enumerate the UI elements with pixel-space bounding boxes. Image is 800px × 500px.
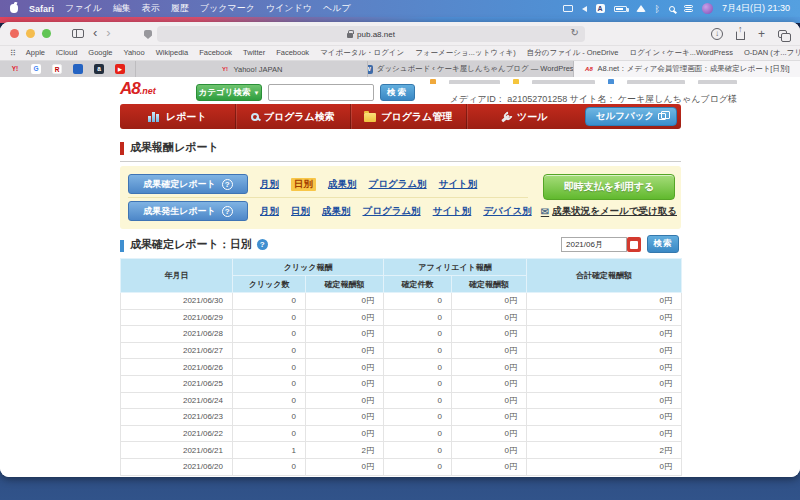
bookmark-item[interactable]: Apple: [26, 48, 45, 58]
table-cell: 0円: [452, 442, 527, 459]
address-bar[interactable]: pub.a8.net ↻: [157, 26, 585, 42]
confirmed-report-button[interactable]: 成果確定レポート: [128, 174, 248, 194]
tab-wordpress-dashboard[interactable]: W ダッシュボード ‹ ケーキ屋しんちゃんブログ — WordPress: [367, 61, 573, 77]
menu-item[interactable]: ファイル: [65, 2, 102, 15]
report-link-成果別[interactable]: 成果別: [322, 205, 351, 218]
table-accent-bar: [120, 240, 124, 252]
bookmark-item[interactable]: ログイン ‹ ケーキ...WordPress: [629, 48, 732, 58]
instant-pay-button[interactable]: 即時支払を利用する: [543, 174, 675, 200]
menu-item[interactable]: ブックマーク: [200, 2, 255, 15]
help-icon[interactable]: [222, 179, 233, 190]
bookmark-item[interactable]: フォーメーショ...ットウィキ): [415, 48, 516, 58]
avatar[interactable]: [702, 3, 713, 14]
report-link-プログラム別[interactable]: プログラム別: [369, 178, 427, 191]
wordpress-favicon: W: [367, 65, 373, 74]
forward-button[interactable]: ›: [106, 26, 110, 39]
volume-icon[interactable]: [582, 6, 587, 12]
menu-status-area: ᛒ 7月4日(日) 21:30: [563, 2, 790, 15]
battery-icon[interactable]: [614, 6, 627, 12]
menu-item[interactable]: ヘルプ: [323, 2, 351, 15]
display-icon[interactable]: [563, 5, 573, 12]
bluetooth-icon[interactable]: ᛒ: [655, 4, 660, 14]
sidebar-icon[interactable]: [72, 29, 84, 38]
bookmark-item[interactable]: Yahoo: [124, 48, 145, 58]
calendar-button[interactable]: [627, 237, 641, 252]
bookmark-item[interactable]: Facebook: [199, 48, 232, 58]
nav-item-ツール[interactable]: ツール: [466, 104, 582, 129]
clipped-icon: [430, 79, 436, 84]
downloads-icon[interactable]: ↓: [711, 28, 723, 40]
close-window-button[interactable]: [10, 29, 19, 38]
clipped-link: [532, 80, 595, 84]
blue-site-favicon[interactable]: [73, 64, 83, 74]
new-tab-icon[interactable]: +: [758, 28, 765, 40]
nav-item-label: プログラム検索: [264, 110, 335, 124]
header-search-button[interactable]: 検索: [380, 84, 415, 101]
menu-clock[interactable]: 7月4日(日) 21:30: [722, 2, 790, 15]
bookmark-item[interactable]: マイポータル・ログイン: [320, 48, 404, 58]
bookmark-item[interactable]: O-DAN (オ...フリーフォト検索: [744, 48, 800, 58]
favorites-grid-icon[interactable]: ⠿: [10, 49, 15, 58]
report-link-サイト別[interactable]: サイト別: [439, 178, 478, 191]
apple-logo-icon[interactable]: [10, 4, 18, 13]
report-link-日別[interactable]: 日別: [291, 205, 310, 218]
share-icon[interactable]: [736, 31, 745, 40]
rakuten-favicon[interactable]: R: [52, 64, 62, 74]
table-cell: 0円: [452, 309, 527, 326]
program-search-input[interactable]: [268, 84, 374, 101]
amazon-favicon[interactable]: a: [94, 64, 104, 74]
generated-report-button[interactable]: 成果発生レポート: [128, 201, 248, 221]
tab-a8net-active[interactable]: A8 A8.net：メディア会員管理画面：成果確定レポート[日別]: [573, 61, 800, 77]
report-link-サイト別[interactable]: サイト別: [433, 205, 472, 218]
control-center-icon[interactable]: [684, 5, 693, 12]
bookmark-item[interactable]: iCloud: [56, 48, 77, 58]
help-icon[interactable]: [257, 239, 268, 250]
menu-item[interactable]: 表示: [142, 2, 160, 15]
minimize-window-button[interactable]: [26, 29, 35, 38]
envelope-icon: ✉: [541, 206, 549, 217]
google-favicon[interactable]: G: [31, 64, 41, 74]
tab-yahoo-japan[interactable]: Y! Yahoo! JAPAN: [135, 61, 367, 77]
tab-overview-icon[interactable]: [778, 30, 787, 38]
table-search-button[interactable]: 検索: [647, 235, 679, 253]
wifi-icon[interactable]: [636, 5, 646, 12]
confirmed-report-label: 成果確定レポート: [143, 178, 216, 191]
bookmark-item[interactable]: Google: [88, 48, 112, 58]
generated-report-label: 成果発生レポート: [143, 205, 216, 218]
report-link-月別[interactable]: 月別: [260, 178, 279, 191]
menu-item[interactable]: 履歴: [171, 2, 189, 15]
report-link-成果別[interactable]: 成果別: [328, 178, 357, 191]
input-source-icon[interactable]: [596, 4, 605, 13]
menu-item-safari[interactable]: Safari: [29, 4, 54, 14]
privacy-shield-icon[interactable]: [144, 30, 152, 39]
help-icon[interactable]: [222, 206, 233, 217]
report-link-デバイス別[interactable]: デバイス別: [483, 205, 531, 218]
bookmark-item[interactable]: Facebook: [276, 48, 309, 58]
table-cell: 0円: [306, 458, 384, 475]
category-search-button[interactable]: カテゴリ検索 ▼: [196, 84, 262, 101]
search-icon[interactable]: [669, 6, 675, 12]
period-select[interactable]: 2021/06月: [561, 237, 627, 252]
mail-report-link[interactable]: ✉ 成果状況をメールで受け取る: [541, 205, 677, 218]
table-cell: 0: [384, 425, 452, 442]
menu-item[interactable]: 編集: [113, 2, 131, 15]
zoom-window-button[interactable]: [42, 29, 51, 38]
yahoo-favicon[interactable]: Y!: [10, 64, 20, 74]
bookmark-item[interactable]: Twitter: [243, 48, 265, 58]
selfback-button[interactable]: セルフバック: [585, 107, 677, 126]
nav-item-レポート[interactable]: レポート: [120, 104, 235, 129]
report-link-日別[interactable]: 日別: [291, 178, 316, 191]
youtube-favicon[interactable]: ▶: [115, 64, 125, 74]
reload-icon[interactable]: ↻: [571, 27, 579, 38]
bookmark-item[interactable]: 自分のファイル - OneDrive: [527, 48, 619, 58]
report-link-月別[interactable]: 月別: [260, 205, 279, 218]
menu-bar: Safari ファイル編集表示履歴ブックマークウインドウヘルプ ᛒ 7月4日(日…: [0, 0, 800, 17]
nav-item-プログラム管理[interactable]: プログラム管理: [350, 104, 466, 129]
table-cell: 0: [233, 309, 306, 326]
nav-item-プログラム検索[interactable]: プログラム検索: [235, 104, 351, 129]
bookmark-item[interactable]: Wikipedia: [156, 48, 189, 58]
report-link-プログラム別[interactable]: プログラム別: [363, 205, 421, 218]
menu-item[interactable]: ウインドウ: [266, 2, 312, 15]
a8net-logo[interactable]: A8.net: [120, 80, 156, 97]
back-button[interactable]: ‹: [93, 26, 97, 39]
